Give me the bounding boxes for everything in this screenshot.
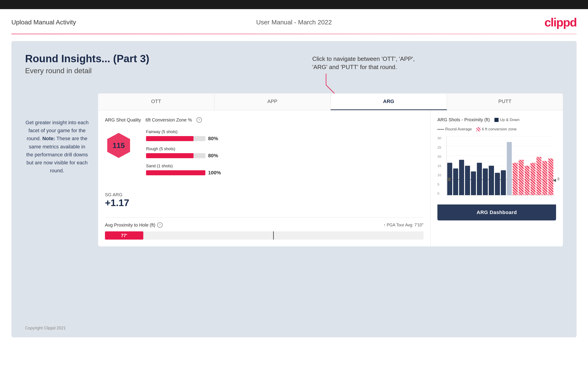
pga-avg-label: ↑ PGA Tour Avg: 7'10" xyxy=(384,223,424,227)
chart-bar-h5 xyxy=(536,157,541,195)
hexagon-score: 115 xyxy=(112,141,125,150)
svg-line-1 xyxy=(326,85,335,94)
bar-row-rough: Rough (5 shots) 80% xyxy=(146,147,424,159)
legend-square-icon xyxy=(494,118,499,122)
chart-bar-4 xyxy=(465,166,470,195)
chart-bar-h4 xyxy=(530,163,536,195)
bar-fill-rough xyxy=(146,153,193,158)
footer-copyright: Copyright Clippd 2021 xyxy=(25,326,66,331)
section-subtitle: Every round in detail xyxy=(25,67,563,75)
tabs-container: OTT APP ARG PUTT xyxy=(98,93,563,110)
bar-label-rough: Rough (5 shots) xyxy=(146,147,424,151)
chart-bar-8 xyxy=(489,166,494,195)
bar-row-sand: Sand (1 shots) 100% xyxy=(146,164,424,176)
chart-title: ARG Shots - Proximity (ft) xyxy=(437,117,490,122)
logo: clippd xyxy=(545,16,577,29)
dashed-arrow: ◀ xyxy=(553,178,556,183)
panel-title: ARG Shot Quality xyxy=(105,117,141,123)
panel-subtitle: 6ft Conversion Zone % xyxy=(146,117,192,123)
panel-header: ARG Shot Quality 6ft Conversion Zone % ? xyxy=(105,117,424,123)
chart-bar-h2 xyxy=(519,160,524,195)
y-label-25: 25 xyxy=(437,145,445,149)
bar-row-fairway: Fairway (5 shots) 80% xyxy=(146,129,424,142)
proximity-bar-fill: 77' xyxy=(105,231,143,240)
chart-bar-h6 xyxy=(542,161,547,195)
chart-bar-6 xyxy=(477,163,482,195)
proximity-title: Avg Proximity to Hole (ft) ? xyxy=(105,222,163,228)
info-icon[interactable]: ? xyxy=(197,117,202,123)
header-divider xyxy=(11,34,577,34)
legend-dashed-icon xyxy=(437,129,444,130)
section-title: Round Insights... (Part 3) xyxy=(25,52,563,65)
y-axis: 30 25 20 15 10 5 0 xyxy=(437,136,445,195)
doc-title: User Manual - March 2022 xyxy=(256,19,332,26)
chart-bar-h7 xyxy=(548,158,553,195)
chart-bar-2 xyxy=(453,168,458,195)
chart-header: ARG Shots - Proximity (ft) Up & Down Rou… xyxy=(437,117,556,132)
chart-wrapper: 30 25 20 15 10 5 0 xyxy=(437,136,556,204)
bar-pct-sand: 100% xyxy=(208,170,222,176)
bar-pct-rough: 80% xyxy=(208,153,222,159)
tab-arg[interactable]: ARG xyxy=(331,93,447,110)
bar-pct-fairway: 80% xyxy=(208,136,222,142)
right-panel: ARG Shots - Proximity (ft) Up & Down Rou… xyxy=(431,110,563,246)
chart-area: 8 ◀ xyxy=(447,136,554,195)
arg-dashboard-button[interactable]: ARG Dashboard xyxy=(437,204,556,220)
proximity-info-icon[interactable]: ? xyxy=(157,222,163,228)
tab-putt[interactable]: PUTT xyxy=(447,93,563,110)
header: Upload Manual Activity User Manual - Mar… xyxy=(0,9,588,34)
sg-section: SG ARG +1.17 xyxy=(105,188,424,208)
legend-conversion-zone: 6 ft conversion zone xyxy=(476,127,517,132)
chart-bar-h1 xyxy=(513,163,518,195)
tab-app[interactable]: APP xyxy=(215,93,331,110)
chart-bar-9 xyxy=(495,173,500,195)
proximity-section: Avg Proximity to Hole (ft) ? ↑ PGA Tour … xyxy=(105,217,424,240)
chart-bar-10 xyxy=(501,170,506,195)
score-section: 115 Fairway (5 shots) 80% xyxy=(105,129,424,181)
dashed-dot xyxy=(447,178,451,181)
legend-up-down: Up & Down xyxy=(494,118,519,122)
y-label-10: 10 xyxy=(437,173,445,177)
left-panel: ARG Shot Quality 6ft Conversion Zone % ?… xyxy=(98,110,431,246)
bars-section: Fairway (5 shots) 80% Rough (5 shots) xyxy=(146,129,424,181)
bar-label-fairway: Fairway (5 shots) xyxy=(146,129,424,134)
sg-value: +1.17 xyxy=(105,197,424,208)
dashed-line-label: 8 xyxy=(557,177,560,181)
proximity-bar-track: 77' xyxy=(105,231,424,240)
chart-bar-3 xyxy=(459,160,464,195)
bar-track-sand xyxy=(146,170,205,175)
bar-label-sand: Sand (1 shots) xyxy=(146,164,424,168)
bar-track-fairway xyxy=(146,136,205,141)
y-label-20: 20 xyxy=(437,155,445,158)
upload-label: Upload Manual Activity xyxy=(11,19,76,26)
chart-bar-7 xyxy=(483,168,488,195)
tab-ott[interactable]: OTT xyxy=(98,93,215,110)
y-label-15: 15 xyxy=(437,164,445,168)
insights-card: OTT APP ARG PUTT ARG Shot Quality 6ft Co… xyxy=(98,93,563,246)
nav-annotation-text: Click to navigate between 'OTT', 'APP','… xyxy=(312,55,415,71)
chart-bar-tall xyxy=(507,142,512,195)
card-body: ARG Shot Quality 6ft Conversion Zone % ?… xyxy=(98,110,563,246)
main-content: Round Insights... (Part 3) Every round i… xyxy=(11,41,577,337)
chart-bars xyxy=(447,136,553,195)
bar-fill-sand xyxy=(146,170,205,175)
proximity-cursor xyxy=(273,231,274,240)
proximity-header: Avg Proximity to Hole (ft) ? ↑ PGA Tour … xyxy=(105,222,424,228)
bar-fill-fairway xyxy=(146,136,193,141)
top-bar xyxy=(0,0,588,9)
chart-bar-5 xyxy=(471,171,476,195)
sg-label: SG ARG xyxy=(105,192,424,197)
legend-hatched-icon xyxy=(476,127,481,131)
nav-annotation: Click to navigate between 'OTT', 'APP','… xyxy=(312,55,415,100)
y-label-5: 5 xyxy=(437,182,445,186)
chart-bar-h3 xyxy=(525,166,530,195)
left-description: Get greater insight into each facet of y… xyxy=(25,118,89,175)
y-label-0: 0 xyxy=(437,192,445,195)
hexagon-container: 115 xyxy=(105,132,132,159)
bar-track-rough xyxy=(146,153,205,158)
y-label-30: 30 xyxy=(437,136,445,140)
legend-round-avg: Round Average xyxy=(437,127,472,132)
